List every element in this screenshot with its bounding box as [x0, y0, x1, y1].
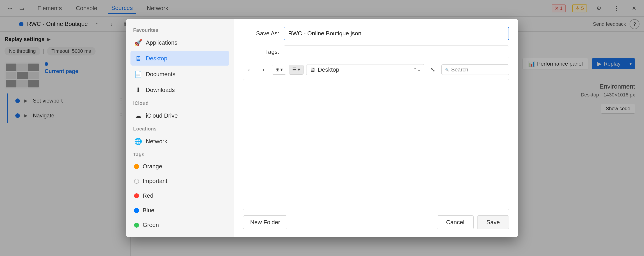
important-dot: [134, 179, 139, 184]
dialog-sidebar: Favourites 🚀 Applications 🖥 Desktop 📄 Do…: [126, 19, 234, 237]
blue-dot: [134, 208, 139, 213]
list-view-button[interactable]: ☰ ▾: [289, 65, 304, 74]
important-label: Important: [143, 178, 168, 184]
list-icon: ☰: [292, 67, 297, 72]
chevron-down-icon: ⌃⌄: [413, 67, 421, 72]
grid-icon: ⊞: [275, 67, 280, 72]
tags-label: Tags: [130, 150, 230, 158]
list-arrow: ▾: [298, 67, 300, 72]
location-selector[interactable]: 🖥 Desktop ⌃⌄: [306, 64, 424, 75]
grid-view-button[interactable]: ⊞ ▾: [272, 65, 286, 74]
sidebar-item-icloud-drive[interactable]: ☁ iCloud Drive: [130, 108, 230, 123]
dialog-main: Save As: Tags: ‹ › ⊞ ▾ ☰ ▾: [234, 19, 518, 237]
forward-button[interactable]: ›: [258, 64, 269, 76]
red-dot: [134, 193, 139, 198]
folder-icon: 🖥: [310, 66, 316, 73]
sidebar-item-downloads[interactable]: ⬇ Downloads: [130, 83, 230, 97]
sidebar-item-desktop[interactable]: 🖥 Desktop: [130, 51, 230, 66]
search-box: 🔍: [442, 64, 509, 75]
search-input[interactable]: [451, 66, 505, 73]
grid-arrow: ▾: [280, 67, 283, 72]
sidebar-item-orange[interactable]: Orange: [130, 160, 230, 173]
documents-icon: 📄: [134, 70, 142, 78]
applications-label: Applications: [146, 39, 177, 46]
save-button[interactable]: Save: [477, 216, 509, 229]
favourites-label: Favourites: [130, 26, 230, 34]
save-as-label: Save As:: [243, 30, 279, 37]
back-button[interactable]: ‹: [243, 64, 255, 76]
downloads-label: Downloads: [146, 86, 175, 94]
sidebar-item-blue[interactable]: Blue: [130, 204, 230, 217]
desktop-label: Desktop: [146, 55, 167, 62]
sidebar-item-red[interactable]: Red: [130, 189, 230, 202]
documents-label: Documents: [146, 71, 176, 78]
save-as-row: Save As:: [243, 27, 509, 40]
resize-button[interactable]: ⤡: [427, 64, 439, 76]
sidebar-item-documents[interactable]: 📄 Documents: [130, 67, 230, 81]
orange-dot: [134, 164, 139, 169]
green-dot: [134, 223, 139, 228]
sidebar-item-green[interactable]: Green: [130, 218, 230, 232]
cancel-button[interactable]: Cancel: [437, 216, 474, 229]
network-label: Network: [146, 138, 167, 145]
tags-label-field: Tags:: [243, 48, 279, 56]
blue-label: Blue: [143, 207, 154, 214]
icloud-drive-label: iCloud Drive: [146, 112, 178, 119]
red-label: Red: [143, 192, 154, 199]
desktop-icon: 🖥: [134, 54, 142, 62]
tags-row: Tags:: [243, 46, 509, 58]
sidebar-item-network[interactable]: 🌐 Network: [130, 134, 230, 148]
save-as-input[interactable]: [284, 27, 509, 40]
network-icon: 🌐: [134, 137, 142, 145]
downloads-icon: ⬇: [134, 86, 142, 94]
green-label: Green: [143, 222, 159, 228]
search-icon: 🔍: [445, 68, 449, 72]
orange-label: Orange: [143, 163, 162, 170]
sidebar-item-applications[interactable]: 🚀 Applications: [130, 36, 230, 50]
file-area[interactable]: [243, 79, 509, 210]
icloud-icon: ☁: [134, 112, 142, 120]
modal-overlay: Favourites 🚀 Applications 🖥 Desktop 📄 Do…: [0, 0, 644, 256]
applications-icon: 🚀: [134, 38, 142, 47]
locations-label: Locations: [130, 124, 230, 133]
sidebar-item-important[interactable]: Important: [130, 174, 230, 188]
location-text: Desktop: [318, 66, 339, 73]
tags-input[interactable]: [284, 46, 509, 58]
new-folder-button[interactable]: New Folder: [243, 216, 287, 229]
icloud-label: iCloud: [130, 98, 230, 107]
save-dialog: Favourites 🚀 Applications 🖥 Desktop 📄 Do…: [126, 19, 518, 237]
dialog-footer: New Folder Cancel Save: [243, 216, 509, 229]
dialog-toolbar: ‹ › ⊞ ▾ ☰ ▾ 🖥 Desktop ⌃⌄ ⤡ 🔍: [243, 64, 509, 76]
